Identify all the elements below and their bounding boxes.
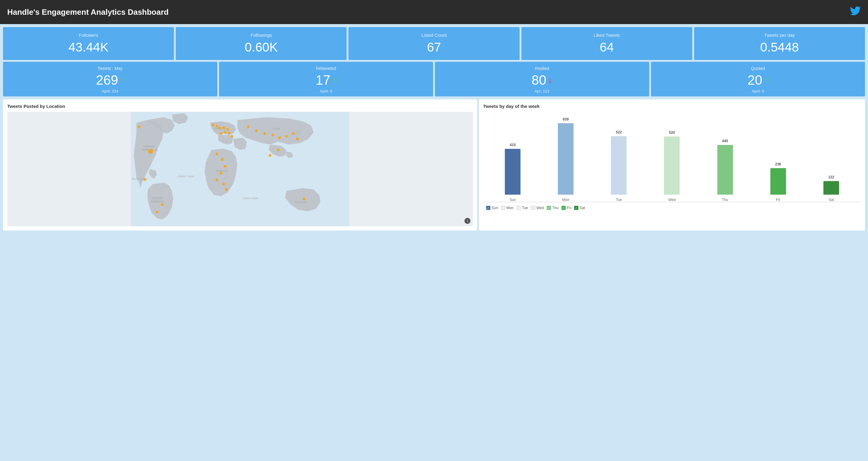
tweets-may-label: Tweets : May bbox=[6, 66, 214, 71]
svg-point-35 bbox=[263, 132, 266, 135]
svg-point-16 bbox=[161, 203, 164, 206]
svg-point-29 bbox=[220, 172, 222, 175]
stat-replied: Replied 80 ↓ Apr: 113 bbox=[435, 62, 649, 96]
svg-point-26 bbox=[216, 153, 218, 155]
legend-item-thu[interactable]: ✓Thu bbox=[547, 206, 558, 210]
bar-mon[interactable] bbox=[558, 123, 574, 195]
stat-liked-tweets: Liked Tweets 64 bbox=[521, 27, 692, 60]
svg-point-23 bbox=[220, 132, 222, 135]
twitter-icon bbox=[850, 5, 861, 19]
legend-item-fri[interactable]: ✓Fri bbox=[561, 206, 571, 210]
bar-day-sat: Sat bbox=[829, 198, 834, 202]
bar-sun[interactable] bbox=[505, 149, 521, 195]
svg-point-25 bbox=[230, 135, 233, 138]
legend-label-sun: Sun bbox=[492, 206, 498, 210]
bar-tue[interactable] bbox=[611, 136, 627, 195]
bar-fri[interactable] bbox=[770, 168, 786, 195]
liked-tweets-value: 64 bbox=[524, 40, 689, 55]
page-title: Handle's Engagement Analytics Dashboard bbox=[7, 7, 168, 17]
bar-sat[interactable] bbox=[824, 181, 839, 195]
legend-box-sun: ✓ bbox=[486, 206, 490, 210]
replied-value: 80 ↓ bbox=[438, 72, 646, 88]
listed-count-label: Listed Count bbox=[351, 33, 516, 38]
stat-tweets-per-day: Tweets per day 0.5448 bbox=[694, 27, 865, 60]
followers-label: Followers bbox=[6, 33, 171, 38]
svg-text:Indian Ocean: Indian Ocean bbox=[243, 197, 258, 200]
bar-wed[interactable] bbox=[664, 136, 680, 195]
svg-point-38 bbox=[285, 135, 288, 138]
svg-point-34 bbox=[255, 129, 258, 132]
svg-point-43 bbox=[303, 198, 306, 201]
bar-value-sun: 410 bbox=[510, 143, 516, 147]
bar-col-thu: 445Thu bbox=[717, 139, 733, 202]
tweets-per-day-label: Tweets per day bbox=[697, 33, 862, 38]
stat-followers: Followers 43.44K bbox=[3, 27, 174, 60]
svg-point-33 bbox=[247, 125, 250, 128]
legend-box-tue bbox=[517, 206, 521, 210]
retweeted-arrow: ↑ bbox=[332, 75, 336, 85]
quoted-label: Quoted bbox=[654, 66, 862, 71]
replied-arrow: ↓ bbox=[548, 75, 553, 85]
svg-text:NORTH: NORTH bbox=[143, 145, 155, 148]
bar-chart-title: Tweets by day of the week bbox=[483, 104, 861, 109]
legend-item-sat[interactable]: ✓Sat bbox=[574, 206, 585, 210]
legend-item-wed[interactable]: Wed bbox=[531, 206, 544, 210]
stats-row-2: Tweets : May 269 ↑ April: 224 Retweeted … bbox=[0, 62, 868, 99]
svg-point-24 bbox=[228, 132, 230, 134]
svg-point-37 bbox=[278, 136, 281, 139]
bar-day-tue: Tue bbox=[616, 198, 622, 202]
svg-text:ASIA: ASIA bbox=[273, 127, 281, 130]
followings-label: Followings bbox=[179, 33, 344, 38]
legend-box-fri: ✓ bbox=[561, 206, 566, 210]
map-container: NORTH AMERICA EUROPE ASIA AFRICA SOUTH A… bbox=[7, 112, 473, 226]
bar-value-thu: 445 bbox=[722, 139, 728, 143]
stats-row-1: Followers 43.44K Followings 0.60K Listed… bbox=[0, 24, 868, 62]
chart-legend: ✓SunMonTueWed✓Thu✓Fri✓Sat bbox=[483, 206, 861, 210]
svg-point-12 bbox=[138, 125, 141, 128]
legend-box-thu: ✓ bbox=[547, 206, 551, 210]
legend-box-wed bbox=[531, 206, 535, 210]
quoted-arrow: ↑ bbox=[764, 75, 768, 85]
svg-text:AMERICA: AMERICA bbox=[151, 200, 164, 203]
map-panel: Tweets Posted by Location bbox=[3, 99, 477, 230]
svg-point-22 bbox=[224, 131, 226, 133]
svg-point-41 bbox=[277, 149, 280, 151]
bar-col-wed: 520Wed bbox=[664, 130, 680, 202]
bar-col-mon: 639Mon bbox=[558, 117, 574, 202]
tweets-may-arrow: ↑ bbox=[120, 75, 124, 85]
legend-box-mon bbox=[501, 206, 505, 210]
bar-col-fri: 236Fri bbox=[770, 162, 786, 202]
svg-point-27 bbox=[221, 158, 224, 161]
svg-point-40 bbox=[296, 138, 299, 141]
legend-label-mon: Mon bbox=[506, 206, 513, 210]
legend-item-sun[interactable]: ✓Sun bbox=[486, 206, 498, 210]
bar-value-sat: 122 bbox=[828, 175, 834, 179]
quoted-value: 20 ↑ bbox=[654, 72, 862, 88]
legend-item-tue[interactable]: Tue bbox=[517, 206, 528, 210]
bar-day-mon: Mon bbox=[562, 198, 569, 202]
svg-point-39 bbox=[292, 132, 294, 135]
bar-col-tue: 522Tue bbox=[611, 130, 627, 202]
bar-thu[interactable] bbox=[717, 145, 733, 195]
svg-point-21 bbox=[226, 128, 229, 131]
followings-value: 0.60K bbox=[179, 40, 344, 55]
charts-row: Tweets Posted by Location bbox=[0, 99, 868, 234]
svg-point-32 bbox=[225, 188, 228, 191]
retweeted-value: 17 ↑ bbox=[222, 72, 430, 88]
svg-text:OCEANIA: OCEANIA bbox=[294, 201, 308, 204]
bar-day-fri: Fri bbox=[776, 198, 780, 202]
legend-label-fri: Fri bbox=[567, 206, 571, 210]
svg-point-19 bbox=[218, 127, 221, 129]
tweets-may-sub: April: 224 bbox=[6, 89, 214, 93]
map-info-icon[interactable]: i bbox=[464, 218, 470, 224]
retweeted-sub: April: 9 bbox=[222, 89, 430, 93]
svg-point-14 bbox=[143, 178, 146, 181]
svg-point-18 bbox=[216, 125, 218, 127]
svg-point-42 bbox=[269, 154, 272, 157]
bar-value-fri: 236 bbox=[775, 162, 781, 166]
svg-point-20 bbox=[222, 126, 225, 129]
map-title: Tweets Posted by Location bbox=[7, 104, 473, 109]
legend-label-sat: Sat bbox=[580, 206, 585, 210]
bar-value-wed: 520 bbox=[669, 130, 675, 135]
legend-item-mon[interactable]: Mon bbox=[501, 206, 513, 210]
